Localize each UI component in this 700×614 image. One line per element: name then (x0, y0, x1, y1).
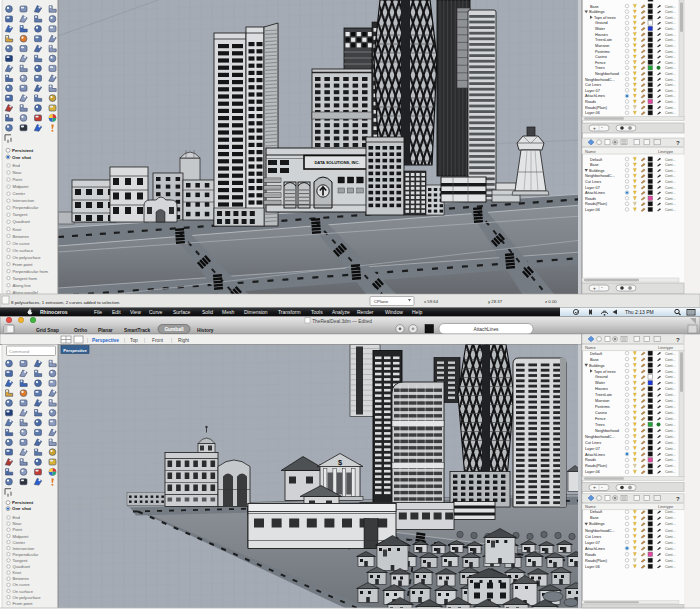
svg-text:Cont...: Cont... (665, 158, 676, 162)
svg-text:Quadrant: Quadrant (13, 564, 31, 569)
svg-text:Right: Right (178, 338, 190, 343)
svg-text:Water: Water (595, 27, 606, 31)
svg-text:Cont...: Cont... (665, 470, 676, 474)
svg-text:Tangent from: Tangent from (13, 276, 38, 281)
svg-text:?: ? (676, 140, 680, 146)
svg-text:Cont...: Cont... (665, 50, 676, 54)
svg-text:File: File (94, 309, 102, 315)
svg-text:Tops of trees: Tops of trees (594, 16, 616, 20)
svg-text:Cont...: Cont... (665, 5, 676, 9)
svg-text:Layer 06: Layer 06 (585, 111, 600, 115)
svg-text:Analyze: Analyze (332, 309, 350, 315)
svg-text:On polysurface: On polysurface (13, 255, 42, 260)
svg-text:Tops of trees: Tops of trees (594, 370, 616, 374)
svg-text:Perpendicular: Perpendicular (13, 205, 39, 210)
svg-text:Curve: Curve (149, 309, 163, 315)
svg-text:Cont...: Cont... (665, 535, 676, 539)
svg-text:Gumball: Gumball (164, 327, 183, 332)
svg-text:Window: Window (385, 309, 403, 315)
svg-text:Cont...: Cont... (665, 180, 676, 184)
svg-text:NeighborhoodC...: NeighborhoodC... (585, 435, 615, 439)
svg-text:Roads(Plain): Roads(Plain) (585, 202, 608, 206)
svg-text:Cont...: Cont... (665, 352, 676, 356)
svg-text:Cont...: Cont... (665, 529, 676, 533)
svg-text:Houses: Houses (595, 387, 608, 391)
svg-text:Cont...: Cont... (665, 202, 676, 206)
svg-text:Base: Base (590, 516, 599, 520)
svg-text:Layer 07: Layer 07 (585, 447, 600, 451)
svg-text:Tangent: Tangent (13, 212, 29, 217)
svg-text:Linetype: Linetype (658, 504, 674, 509)
svg-text:Water: Water (595, 381, 606, 385)
svg-text:Buildings: Buildings (589, 169, 605, 173)
svg-text:Intersection: Intersection (13, 546, 35, 551)
svg-text:Cont...: Cont... (665, 370, 676, 374)
svg-text:Solid: Solid (202, 309, 213, 315)
svg-text:Cont...: Cont... (665, 191, 676, 195)
svg-text:AttachLines: AttachLines (585, 453, 605, 457)
svg-text:Ground: Ground (595, 21, 608, 25)
svg-text:Postrims: Postrims (595, 50, 610, 54)
svg-text:Transform: Transform (278, 309, 301, 315)
svg-text:Tangent: Tangent (13, 558, 29, 563)
svg-text:From point: From point (13, 601, 34, 606)
svg-text:NeighborhoodC...: NeighborhoodC... (585, 174, 615, 178)
svg-text:Layer 06: Layer 06 (585, 470, 600, 474)
svg-text:+: + (593, 484, 596, 490)
svg-text:Between: Between (13, 234, 30, 239)
svg-text:Cont...: Cont... (665, 358, 676, 362)
svg-text:CPlane: CPlane (374, 299, 389, 304)
svg-text:Layer 07: Layer 07 (585, 541, 600, 545)
svg-text:y 28.37: y 28.37 (488, 299, 503, 304)
svg-text:Cont...: Cont... (665, 541, 676, 545)
svg-text:Fence: Fence (595, 61, 606, 65)
svg-text:Roads(Plain): Roads(Plain) (585, 464, 608, 468)
svg-text:Knot: Knot (13, 227, 22, 232)
svg-text:z 0.00: z 0.00 (545, 299, 557, 304)
svg-text:Casino: Casino (595, 55, 607, 59)
svg-text:Roads: Roads (585, 553, 596, 557)
svg-text:Cont...: Cont... (665, 387, 676, 391)
svg-text:?: ? (676, 337, 680, 343)
svg-text:Mansion: Mansion (595, 44, 609, 48)
svg-text:Mansion: Mansion (595, 399, 609, 403)
svg-text:One shot: One shot (12, 506, 32, 511)
svg-text:End: End (13, 163, 21, 168)
svg-text:Cont...: Cont... (665, 375, 676, 379)
svg-text:Buildings: Buildings (589, 10, 605, 14)
svg-text:Cont...: Cont... (665, 111, 676, 115)
svg-text:Cont...: Cont... (665, 435, 676, 439)
svg-text:DATA SOLUTIONS, INC.: DATA SOLUTIONS, INC. (314, 160, 359, 165)
svg-text:Casino: Casino (595, 411, 607, 415)
svg-text:Help: Help (412, 309, 423, 315)
svg-text:Center: Center (13, 540, 26, 545)
svg-text:Cont...: Cont... (665, 78, 676, 82)
svg-text:Default: Default (590, 510, 603, 514)
svg-text:Cont...: Cont... (665, 38, 676, 42)
svg-text:Surface: Surface (173, 309, 190, 315)
svg-text:Neighborhood: Neighborhood (595, 72, 619, 76)
svg-text:Trees: Trees (595, 423, 605, 427)
svg-text:Cont...: Cont... (665, 100, 676, 104)
svg-text:Cut Lines: Cut Lines (585, 83, 601, 87)
svg-text:TreesLate: TreesLate (595, 393, 612, 397)
svg-text:Edit: Edit (112, 309, 121, 315)
svg-text:Cont...: Cont... (665, 89, 676, 93)
svg-text:Front: Front (152, 338, 164, 343)
svg-text:On surface: On surface (13, 589, 34, 594)
svg-text:AttachLines: AttachLines (473, 327, 499, 332)
svg-text:Cont...: Cont... (665, 186, 676, 190)
svg-text:Cont...: Cont... (665, 516, 676, 520)
svg-text:Persistent: Persistent (12, 148, 34, 153)
svg-text:Cont...: Cont... (665, 33, 676, 37)
svg-text:Cut Lines: Cut Lines (585, 535, 601, 539)
svg-text:Cont...: Cont... (665, 559, 676, 563)
svg-text:|: | (144, 338, 145, 343)
svg-text:|: | (87, 338, 88, 343)
svg-text:Cont...: Cont... (665, 429, 676, 433)
svg-text:Cont...: Cont... (665, 208, 676, 212)
svg-text:Command: Command (9, 349, 30, 354)
svg-text:Cont...: Cont... (665, 163, 676, 167)
svg-text:Cont...: Cont... (665, 106, 676, 110)
svg-text:Cont...: Cont... (665, 10, 676, 14)
